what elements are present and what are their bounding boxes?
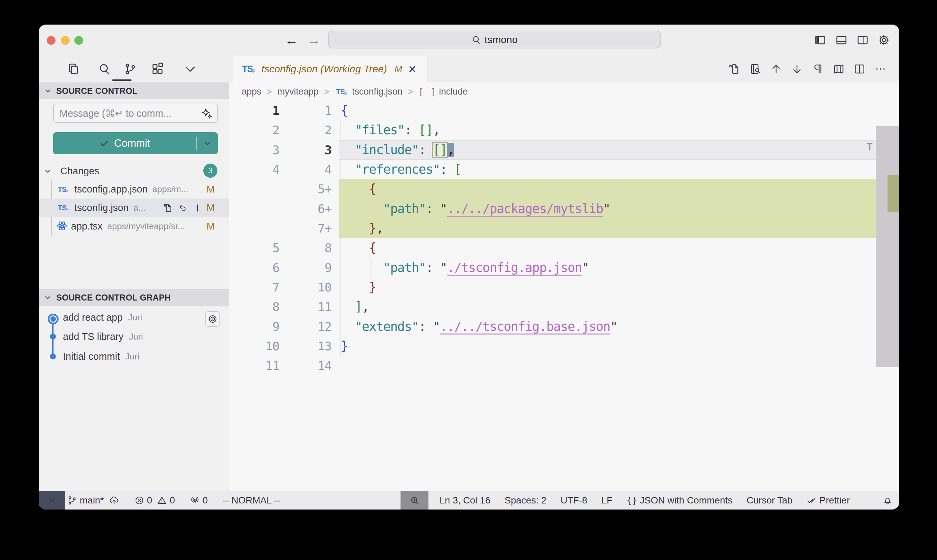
split-editor-icon[interactable] xyxy=(854,63,866,75)
modified-status-badge: M xyxy=(207,184,215,195)
commit-row-2[interactable]: add TS libraryJuri xyxy=(39,328,229,345)
discard-changes-icon[interactable] xyxy=(178,203,188,213)
code-editor[interactable]: 11{22 "files": [],33 "include": [],44 "r… xyxy=(229,101,899,491)
code-line-12[interactable]: 912 "extends": "../../tsconfig.base.json… xyxy=(229,317,899,337)
code-line-6[interactable]: 6+ "path": "../../packages/mytslib" xyxy=(229,199,899,219)
file-name: tsconfig.app.json xyxy=(74,184,148,195)
code-text: "references": [ xyxy=(341,160,461,179)
minimize-window-button[interactable] xyxy=(61,36,70,45)
code-text: } xyxy=(341,337,348,356)
forward-arrow-icon[interactable]: → xyxy=(307,33,320,48)
code-line-11[interactable]: 811 ], xyxy=(229,297,899,317)
notifications-bell[interactable] xyxy=(883,491,892,509)
map-icon[interactable] xyxy=(833,63,845,75)
activity-bar-item-extensions[interactable] xyxy=(148,60,167,78)
remote-indicator[interactable] xyxy=(39,491,65,509)
eol-status[interactable]: LF xyxy=(602,495,612,506)
original-line-number: 6 xyxy=(229,258,279,278)
changed-file-row-tsconfig.json[interactable]: TStsconfig.jsona...M xyxy=(39,198,229,217)
commit-message-input[interactable]: Message (⌘↵ to comm... xyxy=(53,104,218,123)
status-bar: main* 0 0 0 -- NORMAL -- Ln 3, Co xyxy=(39,491,899,509)
arrow-down-icon[interactable] xyxy=(791,63,803,75)
code-text: ], xyxy=(341,297,369,317)
modified-line-number: 4 xyxy=(279,160,332,179)
original-line-number: 8 xyxy=(229,297,279,317)
layout-panel-icon[interactable] xyxy=(835,34,848,46)
commit-dot-icon xyxy=(48,314,58,325)
file-name: tsconfig.json xyxy=(74,202,129,213)
code-line-1[interactable]: 11{ xyxy=(229,101,899,120)
pilcrow-icon[interactable] xyxy=(812,63,824,75)
close-window-button[interactable] xyxy=(47,36,55,45)
errors-status[interactable]: 0 xyxy=(134,495,152,506)
breadcrumb-item-apps[interactable]: apps xyxy=(242,86,262,97)
maximize-window-button[interactable] xyxy=(74,36,83,45)
language-mode-status[interactable]: {} JSON with Comments xyxy=(627,495,733,506)
layout-sidebar-left-icon[interactable] xyxy=(814,34,826,46)
commit-author: Juri xyxy=(125,351,139,362)
activity-bar-item-source-control[interactable] xyxy=(121,60,140,78)
ports-status[interactable]: 0 xyxy=(190,495,208,506)
changed-file-row-tsconfig.app.json[interactable]: TStsconfig.app.jsonapps/m...M xyxy=(39,180,229,198)
code-line-7[interactable]: 7+ }, xyxy=(229,219,899,238)
code-line-9[interactable]: 69 "path": "./tsconfig.app.json" xyxy=(229,258,899,278)
tab-tsconfig-working-tree[interactable]: TS tsconfig.json (Working Tree) M × xyxy=(233,55,428,82)
publish-icon[interactable] xyxy=(109,495,120,506)
ports-count: 0 xyxy=(203,495,208,506)
tab-close-icon[interactable]: × xyxy=(408,62,416,76)
commit-row-3[interactable]: Initial commitJuri xyxy=(39,348,229,365)
changes-section-header[interactable]: Changes xyxy=(39,162,229,180)
commit-button[interactable]: Commit xyxy=(53,132,218,154)
code-text: "files": [], xyxy=(341,120,440,140)
file-go-icon[interactable] xyxy=(728,63,740,75)
stage-icon[interactable] xyxy=(192,203,203,213)
code-line-13[interactable]: 1013} xyxy=(229,337,899,356)
code-line-8[interactable]: 58 { xyxy=(229,238,899,258)
formatter-status[interactable]: Prettier xyxy=(807,495,850,506)
indentation-status[interactable]: Spaces: 2 xyxy=(505,495,546,506)
source-control-sidebar: SOURCE CONTROL Message (⌘↵ to comm... Co… xyxy=(39,82,229,491)
layout-sidebar-right-icon[interactable] xyxy=(857,34,869,46)
command-center-search[interactable]: tsmono xyxy=(328,31,661,48)
more-actions-icon[interactable] xyxy=(874,63,886,75)
arrow-up-icon[interactable] xyxy=(770,63,782,75)
sparkle-icon[interactable] xyxy=(201,108,212,119)
encoding-status[interactable]: UTF-8 xyxy=(561,495,587,506)
editor-scrollbar[interactable] xyxy=(876,126,899,367)
chevron-down-icon xyxy=(43,86,52,95)
back-arrow-icon[interactable]: ← xyxy=(285,33,298,48)
breadcrumb-item-include[interactable]: [ ]include xyxy=(418,86,468,97)
activity-bar-item-files[interactable] xyxy=(64,60,83,78)
source-control-graph-header[interactable]: SOURCE CONTROL GRAPH xyxy=(39,289,229,306)
modified-status-badge: M xyxy=(207,221,215,232)
checkout-target-button[interactable] xyxy=(205,311,220,327)
code-line-2[interactable]: 22 "files": [], xyxy=(229,120,899,140)
activity-bar-item-search[interactable] xyxy=(95,60,114,78)
breadcrumb-item-tsconfig-json[interactable]: TStsconfig.json xyxy=(335,86,403,98)
code-text: { xyxy=(341,238,376,258)
file-path: apps/myviteapp/sr... xyxy=(108,221,185,232)
changed-file-row-app.tsx[interactable]: app.tsxapps/myviteapp/sr...M xyxy=(39,217,229,235)
breadcrumb-item-myviteapp[interactable]: myviteapp xyxy=(277,86,319,97)
book-search-icon[interactable] xyxy=(749,63,761,75)
code-text: "path": "../../packages/mytslib" xyxy=(341,199,610,219)
commit-row-1[interactable]: add react appJuri xyxy=(39,309,229,326)
code-line-14[interactable]: 1114 xyxy=(229,356,899,375)
gear-icon[interactable] xyxy=(878,34,890,46)
modified-line-number: 12 xyxy=(279,317,332,337)
branch-status[interactable]: main* xyxy=(67,495,104,506)
screencast-zoom-indicator[interactable] xyxy=(400,491,428,509)
original-line-number: 2 xyxy=(229,120,279,140)
open-file-icon[interactable] xyxy=(163,203,173,213)
activity-bar-item-more-views[interactable] xyxy=(181,60,200,78)
code-line-4[interactable]: 44 "references": [ xyxy=(229,160,899,179)
cursor-position-status[interactable]: Ln 3, Col 16 xyxy=(440,495,490,506)
source-control-header[interactable]: SOURCE CONTROL xyxy=(39,82,229,99)
warnings-status[interactable]: 0 xyxy=(157,495,175,506)
code-line-10[interactable]: 710 } xyxy=(229,278,899,297)
original-line-number: 11 xyxy=(229,356,279,375)
tab-completion-status[interactable]: Cursor Tab xyxy=(746,495,792,506)
code-line-3[interactable]: 33 "include": [], xyxy=(229,140,899,160)
code-line-5[interactable]: 5+ { xyxy=(229,179,899,199)
commit-dropdown-chevron-icon[interactable] xyxy=(197,139,218,148)
